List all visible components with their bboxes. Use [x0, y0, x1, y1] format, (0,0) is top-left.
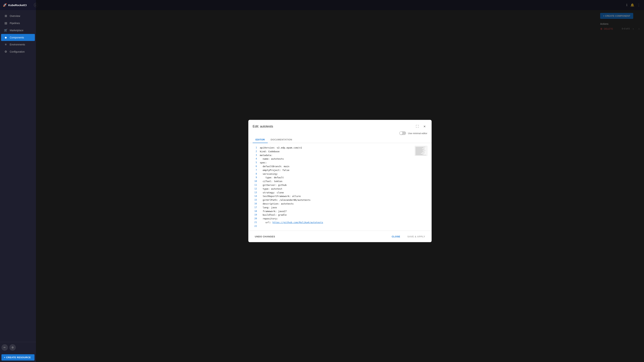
line-content-4: name: autotests — [260, 157, 284, 161]
code-line-5: 5spec: — [253, 161, 427, 165]
line-content-6: defaultBranch: main — [260, 165, 289, 168]
code-line-22: 22 — [253, 224, 427, 228]
line-number-19: 19 — [253, 213, 260, 217]
line-content-9: type: default — [260, 176, 284, 180]
use-minimal-editor-toggle[interactable] — [399, 131, 406, 135]
editor-body: 1apiVersion: v2.edp.epam.com/v12kind: Co… — [248, 143, 432, 231]
tab-documentation[interactable]: DOCUMENTATION — [268, 136, 295, 143]
edit-dialog: Edit: autotests ⛶ ✕ Use minimal editor E… — [248, 120, 432, 242]
line-content-2: kind: Codebase — [260, 150, 280, 153]
code-line-3: 3metadata: — [253, 153, 427, 157]
line-content-20: repository: — [260, 217, 278, 221]
line-number-7: 7 — [253, 168, 260, 172]
code-line-11: 11 gitServer: github — [253, 183, 427, 187]
tab-editor[interactable]: EDITOR — [253, 136, 268, 143]
save-apply-button[interactable]: SAVE & APPLY — [405, 234, 427, 239]
line-content-11: gitServer: github — [260, 183, 286, 187]
code-line-19: 19 buildTool: gradle — [253, 213, 427, 217]
toggle-label: Use minimal editor — [408, 132, 427, 134]
code-line-9: 9 type: default — [253, 176, 427, 180]
sidebar-item-components[interactable]: ◆Components — [1, 34, 35, 41]
line-content-17: lang: java — [260, 206, 277, 209]
code-line-6: 6 defaultBranch: main — [253, 165, 427, 168]
line-number-3: 3 — [253, 153, 260, 157]
code-line-13: 13 strategy: clone — [253, 191, 427, 194]
marketplace-icon: 🛒 — [4, 28, 8, 32]
line-content-8: versioning: — [260, 172, 278, 176]
line-number-14: 14 — [253, 194, 260, 198]
sidebar-item-pipelines[interactable]: ▤Pipelines — [1, 19, 35, 26]
sidebar-header: 🚀 KubeRocketCI — [0, 0, 36, 10]
line-number-8: 8 — [253, 172, 260, 175]
code-line-15: 15 gitUrlPath: /alezander86/autotests — [253, 198, 427, 202]
line-number-18: 18 — [253, 209, 260, 213]
dialog-tabs: EDITORDOCUMENTATION — [248, 136, 432, 143]
code-line-16: 16 description: autotests — [253, 202, 427, 206]
sidebar-label-configuration: Configuration — [10, 50, 24, 53]
line-number-21: 21 — [253, 221, 260, 224]
line-content-14: testReportFramework: allure — [260, 194, 300, 198]
line-content-13: strategy: clone — [260, 191, 284, 194]
code-line-1: 1apiVersion: v2.edp.epam.com/v1 — [253, 146, 427, 150]
sidebar-item-marketplace[interactable]: 🛒Marketplace — [1, 27, 35, 34]
sidebar-footer: ✏ ⚙ — [0, 342, 36, 353]
code-line-12: 12 type: autotest — [253, 187, 427, 191]
fullscreen-button[interactable]: ⛶ — [414, 123, 420, 129]
code-line-17: 17 lang: java — [253, 206, 427, 209]
close-dialog-button[interactable]: ✕ — [422, 123, 427, 129]
create-resource-button[interactable]: + CREATE RESOURCE — [2, 354, 34, 361]
pipelines-icon: ▤ — [4, 21, 8, 25]
sidebar-label-components: Components — [10, 36, 24, 39]
toggle-thumb — [400, 132, 402, 135]
configuration-icon: ⚙ — [4, 50, 8, 53]
tools-icon[interactable]: ⚙ — [9, 344, 16, 351]
undo-changes-button[interactable]: UNDO CHANGES — [253, 234, 277, 239]
app-title: KubeRocketCI — [8, 3, 27, 7]
overview-icon: ⊞ — [4, 14, 8, 17]
dialog-header-actions: ⛶ ✕ — [414, 123, 427, 129]
line-number-22: 22 — [253, 224, 260, 228]
code-line-20: 20 repository: — [253, 217, 427, 221]
line-number-5: 5 — [253, 161, 260, 164]
line-number-20: 20 — [253, 217, 260, 220]
line-content-3: metadata: — [260, 153, 272, 157]
code-line-4: 4 name: autotests — [253, 157, 427, 161]
line-content-10: ciTool: tekton — [260, 180, 282, 183]
sidebar-item-environments[interactable]: ≡Environments — [1, 41, 35, 48]
main-area: ℹ 🔔 ⋮ + CREATE COMPONENT Actions 🗑 DELET… — [36, 0, 644, 362]
line-content-7: emptyProject: false — [260, 168, 289, 172]
logo-icon: 🚀 — [3, 3, 7, 7]
code-line-2: 2kind: Codebase — [253, 150, 427, 153]
code-line-7: 7 emptyProject: false — [253, 168, 427, 172]
code-editor[interactable]: 1apiVersion: v2.edp.epam.com/v12kind: Co… — [253, 143, 427, 231]
dialog-footer: UNDO CHANGES CLOSE SAVE & APPLY — [248, 231, 432, 242]
line-content-15: gitUrlPath: /alezander86/autotests — [260, 198, 310, 202]
line-number-6: 6 — [253, 165, 260, 168]
code-thumbnail — [415, 146, 427, 156]
line-number-15: 15 — [253, 198, 260, 202]
code-line-10: 10 ciTool: tekton — [253, 180, 427, 183]
dialog-title: Edit: autotests — [253, 124, 273, 128]
code-line-8: 8 versioning: — [253, 172, 427, 176]
repo-url-link[interactable]: https://github.com/Rolika4/autotests — [272, 221, 323, 224]
code-line-21: 21 url: https://github.com/Rolika4/autot… — [253, 221, 427, 224]
settings-icon[interactable]: ✏ — [2, 344, 8, 351]
sidebar-label-environments: Environments — [10, 43, 25, 46]
line-content-12: type: autotest — [260, 187, 282, 191]
dialog-header: Edit: autotests ⛶ ✕ — [248, 120, 432, 129]
sidebar-item-configuration[interactable]: ⚙Configuration — [1, 48, 35, 55]
sidebar-item-overview[interactable]: ⊞Overview — [1, 12, 35, 19]
sidebar-nav: ⊞Overview▤Pipelines🛒Marketplace◆Componen… — [0, 10, 36, 342]
use-minimal-editor-row: Use minimal editor — [248, 129, 432, 135]
line-content-18: framework: java17 — [260, 209, 286, 213]
line-number-10: 10 — [253, 180, 260, 183]
environments-icon: ≡ — [4, 43, 8, 46]
footer-right: CLOSE SAVE & APPLY — [390, 234, 427, 239]
line-number-1: 1 — [253, 146, 260, 149]
components-icon: ◆ — [4, 36, 8, 39]
line-number-16: 16 — [253, 202, 260, 205]
line-content-1: apiVersion: v2.edp.epam.com/v1 — [260, 146, 302, 150]
line-number-11: 11 — [253, 183, 260, 187]
close-button[interactable]: CLOSE — [390, 234, 402, 239]
sidebar-label-overview: Overview — [10, 14, 20, 17]
